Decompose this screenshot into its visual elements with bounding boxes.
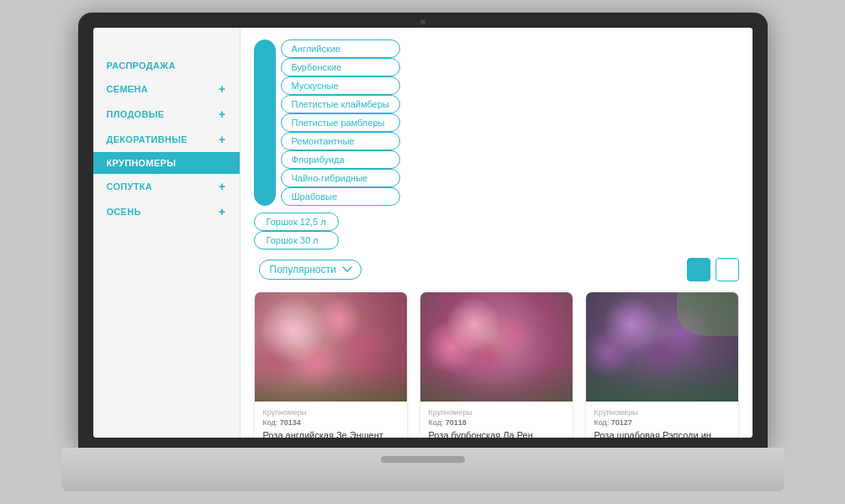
expand-icon: + [219,108,225,121]
filter-chip[interactable]: Шрабовые [281,187,400,206]
sidebar: РАСПРОДАЖАСЕМЕНА+ПЛОДОВЫЕ+ДЕКОРАТИВНЫЕ+К… [93,28,240,438]
sidebar-item-soputka[interactable]: СОПУТКА+ [93,174,240,199]
filter-chip[interactable]: Флорибунда [281,150,400,169]
filter-chip[interactable]: Плетистые рамблеры [281,113,400,132]
list-view-button[interactable] [716,258,739,281]
product-name: Роза шрабовая Рэпсоди ин Блю, С30 л [594,429,730,438]
product-image [420,292,573,402]
laptop-base [61,448,784,491]
sidebar-item-label: СЕМЕНА [107,84,148,94]
filter-chip[interactable]: Мускусные [281,76,400,95]
sidebar-item-rasprodazha[interactable]: РАСПРОДАЖА [93,55,240,76]
sidebar-item-krupnomery[interactable]: КРУПНОМЕРЫ [93,152,240,174]
sort-row: ПопулярностиЦенеНовинкам [254,258,739,281]
product-code: Код: 70134 [263,418,399,427]
product-category: Крупномеры [594,408,730,417]
expand-icon: + [219,180,225,193]
filter-chip[interactable]: Чайно-гибридные [281,169,400,187]
product-body: Крупномеры Код: 70127 Роза шрабовая Рэпс… [586,402,738,438]
sidebar-item-plodovye[interactable]: ПЛОДОВЫЕ+ [93,102,240,127]
reset-filter-button[interactable] [254,39,276,206]
sidebar-item-dekorativnye[interactable]: ДЕКОРАТИВНЫЕ+ [93,127,240,152]
sidebar-item-label: ОСЕНЬ [107,207,141,217]
product-category: Крупномеры [429,408,564,417]
product-image [586,292,738,402]
product-name: Роза бурбонская Ла Рен Виктория, С30 л [429,429,564,438]
product-card: Крупномеры Код: 70127 Роза шрабовая Рэпс… [585,291,739,438]
sort-select[interactable]: ПопулярностиЦенеНовинкам [259,260,362,280]
sort-left: ПопулярностиЦенеНовинкам [254,260,362,280]
sidebar-item-label: РАСПРОДАЖА [107,60,176,71]
product-body: Крупномеры Код: 70118 Роза бурбонская Ла… [420,402,573,438]
product-category: Крупномеры [263,408,399,417]
filter-chip[interactable]: Бурбонские [281,58,400,76]
expand-icon: + [219,133,225,146]
sidebar-item-label: ДЕКОРАТИВНЫЕ [107,134,187,144]
filter-chip[interactable]: Ремонтантные [281,132,400,150]
product-code: Код: 70118 [429,418,564,427]
sidebar-item-label: СОПУТКА [107,181,152,192]
expand-icon: + [219,205,225,218]
filter-chip[interactable]: Английские [281,39,400,58]
active-filters-row: Горшок 12,5 лГоршок 30 л [254,213,739,249]
sidebar-item-label: ПЛОДОВЫЕ [107,109,165,119]
active-filter-tag[interactable]: Горшок 12,5 л [254,213,339,231]
main-content: АнглийскиеБурбонскиеМускусныеПлетистые к… [240,28,753,438]
sidebar-item-osen[interactable]: ОСЕНЬ+ [93,199,240,224]
product-card: Крупномеры Код: 70118 Роза бурбонская Ла… [420,291,573,438]
sidebar-item-semena[interactable]: СЕМЕНА+ [93,76,240,102]
active-filter-tag[interactable]: Горшок 30 л [254,231,339,249]
product-grid: Крупномеры Код: 70134 Роза английская Зе… [254,291,739,438]
product-body: Крупномеры Код: 70134 Роза английская Зе… [255,402,407,438]
filter-chips-row: АнглийскиеБурбонскиеМускусныеПлетистые к… [254,39,739,206]
product-card: Крупномеры Код: 70134 Роза английская Зе… [254,291,408,438]
expand-icon: + [219,82,225,96]
sidebar-title [93,36,240,55]
sidebar-item-label: КРУПНОМЕРЫ [107,158,177,168]
product-name: Роза английская Зе Эншент Марине, С12,5 … [263,429,399,438]
filter-chip[interactable]: Плетистые клаймберы [281,95,400,113]
view-icons [687,258,739,281]
grid-view-button[interactable] [687,258,710,281]
product-image [255,292,407,402]
product-code: Код: 70127 [594,418,730,427]
